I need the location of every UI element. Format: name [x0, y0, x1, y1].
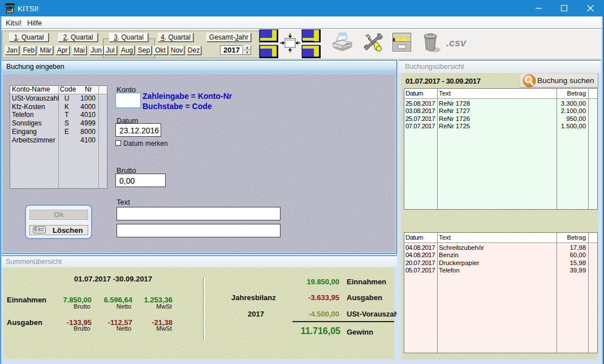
svg-text:KITSI: KITSI	[6, 5, 15, 8]
